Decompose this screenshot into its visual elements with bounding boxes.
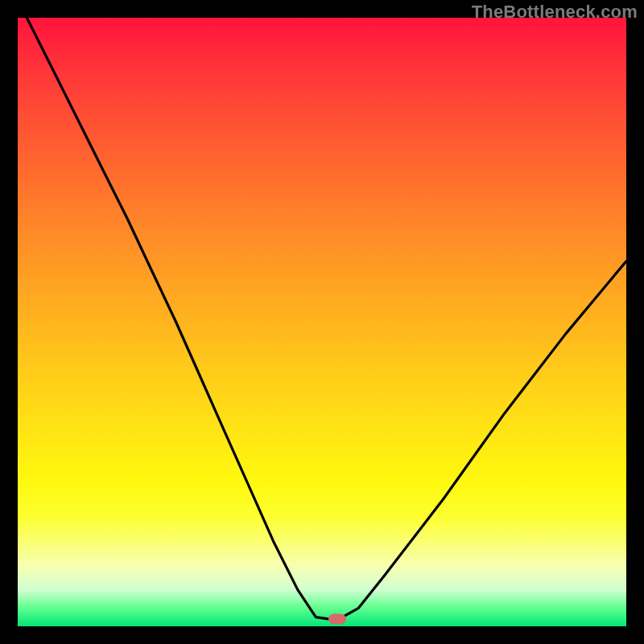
bottleneck-curve <box>18 18 626 626</box>
minimum-marker <box>328 613 346 624</box>
chart-frame: TheBottleneck.com <box>0 0 644 644</box>
plot-area <box>18 18 626 626</box>
